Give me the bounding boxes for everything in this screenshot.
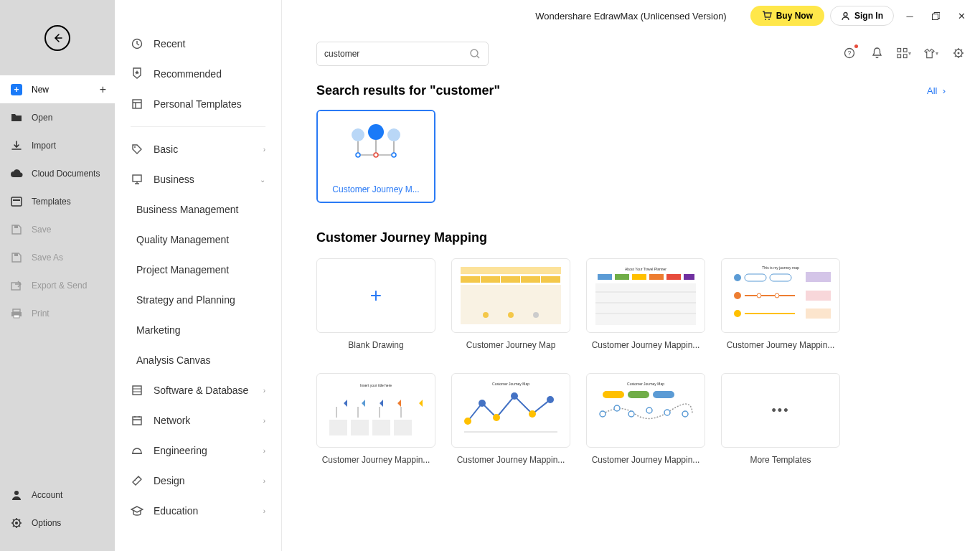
gear-icon xyxy=(10,517,23,529)
t7-label: More Templates xyxy=(721,448,840,472)
search-icon[interactable] xyxy=(469,48,481,60)
engineering-label: Engineering xyxy=(154,445,207,456)
mid-item-software[interactable]: Software & Database › xyxy=(115,375,281,405)
mid-item-network[interactable]: Network › xyxy=(115,405,281,435)
all-link[interactable]: All › xyxy=(927,85,946,96)
t2-label: Customer Journey Mappin... xyxy=(586,333,705,357)
save-label: Save xyxy=(32,225,51,235)
svg-rect-71 xyxy=(806,309,831,319)
svg-rect-91 xyxy=(628,391,649,398)
svg-point-8 xyxy=(14,491,19,495)
buy-now-button[interactable]: Buy Now xyxy=(750,6,824,26)
svg-rect-2 xyxy=(14,225,18,228)
svg-rect-42 xyxy=(481,276,500,283)
mid-item-engineering[interactable]: Engineering › xyxy=(115,435,281,466)
back-area xyxy=(0,0,115,75)
template-card[interactable]: Insert your title here Customer Journey … xyxy=(316,373,435,472)
svg-point-84 xyxy=(493,414,500,421)
svg-rect-12 xyxy=(133,100,141,108)
svg-point-82 xyxy=(464,418,471,425)
sub-project-mgmt[interactable]: Project Management xyxy=(115,255,281,285)
close-button[interactable]: ✕ xyxy=(951,6,971,26)
sidebar-item-import[interactable]: Import xyxy=(0,131,115,159)
svg-rect-63 xyxy=(745,274,766,281)
sidebar-item-templates[interactable]: Templates xyxy=(0,187,115,215)
add-icon[interactable]: + xyxy=(100,83,106,96)
mid-item-recommended[interactable]: Recommended xyxy=(115,59,281,89)
svg-point-30 xyxy=(352,128,364,141)
svg-point-10 xyxy=(15,522,18,524)
sub-quality-mgmt[interactable]: Quality Management xyxy=(115,225,281,255)
search-input[interactable] xyxy=(324,49,463,59)
svg-rect-3 xyxy=(14,253,18,256)
gradcap-icon xyxy=(131,504,143,517)
bell-button[interactable] xyxy=(870,46,884,60)
sidebar-item-cloud[interactable]: Cloud Documents xyxy=(0,159,115,187)
svg-point-19 xyxy=(844,12,847,16)
mid-item-recent[interactable]: Recent xyxy=(115,29,281,59)
template-blank[interactable]: + Blank Drawing xyxy=(316,258,435,357)
signin-button[interactable]: Sign In xyxy=(830,6,894,26)
template-more[interactable]: ••• More Templates xyxy=(721,373,840,472)
template-card[interactable]: Customer Journey Map Customer Journey Ma… xyxy=(586,373,705,472)
mid-item-design[interactable]: Design › xyxy=(115,466,281,496)
mid-item-business[interactable]: Business ⌄ xyxy=(115,164,281,194)
minimize-button[interactable]: ─ xyxy=(900,6,920,26)
export-icon xyxy=(10,279,23,292)
chevron-right-icon: › xyxy=(263,507,265,515)
sub-strategy[interactable]: Strategy and Planning xyxy=(115,285,281,315)
sidebar-item-open[interactable]: Open xyxy=(0,103,115,131)
back-button[interactable] xyxy=(44,25,70,51)
sidebar-mid: Recent Recommended Personal Templates Ba… xyxy=(115,0,282,551)
app-title: Wondershare EdrawMax (Unlicensed Version… xyxy=(535,11,726,22)
sidebar-item-options[interactable]: Options xyxy=(0,509,115,537)
svg-point-85 xyxy=(511,392,518,400)
svg-point-48 xyxy=(508,312,514,318)
svg-point-95 xyxy=(628,411,634,417)
template-card[interactable]: Customer Journey Map xyxy=(451,258,570,357)
svg-text:About Your Travel Planner: About Your Travel Planner xyxy=(625,267,666,271)
svg-point-39 xyxy=(392,153,396,157)
sidebar-item-print: Print xyxy=(0,299,115,327)
sidebar-item-saveas: Save As xyxy=(0,243,115,271)
mid-item-personal[interactable]: Personal Templates xyxy=(115,89,281,119)
svg-rect-64 xyxy=(770,274,791,281)
software-label: Software & Database xyxy=(154,385,248,396)
toolbar-right: ? ▾ ▾ xyxy=(842,46,966,60)
account-label: Account xyxy=(32,490,62,500)
notification-dot-icon xyxy=(854,44,858,48)
mid-item-education[interactable]: Education › xyxy=(115,496,281,526)
svg-point-66 xyxy=(734,292,741,299)
import-label: Import xyxy=(32,141,56,151)
shirt-button[interactable]: ▾ xyxy=(924,46,938,60)
svg-rect-5 xyxy=(13,309,20,312)
template-card[interactable]: This is my journey map Customer Journey … xyxy=(721,258,840,357)
result-thumb xyxy=(318,111,434,177)
sub-business-mgmt[interactable]: Business Management xyxy=(115,194,281,225)
search-box[interactable] xyxy=(316,42,489,66)
svg-rect-46 xyxy=(461,285,561,324)
svg-point-13 xyxy=(134,146,136,148)
user-icon xyxy=(10,489,23,501)
help-button[interactable]: ? xyxy=(842,46,857,60)
chevron-right-icon: › xyxy=(263,146,265,154)
svg-rect-53 xyxy=(632,274,646,280)
sidebar-left: New + Open Import Cloud Documents Templa… xyxy=(0,0,115,551)
template-card[interactable]: Customer Journey Map Customer Journey Ma… xyxy=(451,373,570,472)
svg-rect-0 xyxy=(11,197,22,206)
search-result-card[interactable]: Customer Journey M... xyxy=(316,110,435,203)
content: Search results for "customer" All › xyxy=(282,66,980,551)
sub-analysis[interactable]: Analysis Canvas xyxy=(115,345,281,375)
personal-label: Personal Templates xyxy=(154,98,242,110)
template-card[interactable]: About Your Travel Planner Customer Journ… xyxy=(586,258,705,357)
grid-button[interactable]: ▾ xyxy=(897,46,911,60)
mid-item-basic[interactable]: Basic › xyxy=(115,134,281,164)
svg-rect-51 xyxy=(598,274,612,280)
svg-rect-65 xyxy=(806,272,831,282)
maximize-button[interactable] xyxy=(925,6,946,26)
settings-button[interactable] xyxy=(951,46,966,60)
sidebar-item-new[interactable]: New + xyxy=(0,75,115,103)
sub-marketing[interactable]: Marketing xyxy=(115,315,281,345)
svg-rect-55 xyxy=(666,274,681,280)
sidebar-item-account[interactable]: Account xyxy=(0,481,115,509)
